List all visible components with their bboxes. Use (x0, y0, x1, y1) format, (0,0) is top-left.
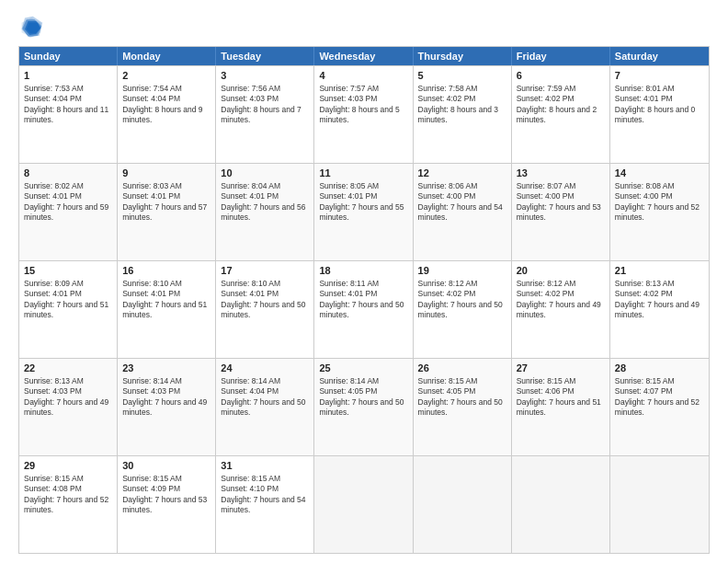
sunrise-text: Sunrise: 8:15 AM (24, 474, 84, 483)
sunset-text: Sunset: 4:01 PM (221, 289, 279, 298)
day-number: 21 (615, 264, 704, 278)
sunrise-text: Sunrise: 8:02 AM (24, 181, 84, 190)
sunrise-text: Sunrise: 8:15 AM (122, 474, 182, 483)
sunset-text: Sunset: 4:03 PM (24, 386, 82, 396)
sunrise-text: Sunrise: 8:14 AM (122, 376, 182, 385)
day-number: 28 (615, 362, 704, 375)
calendar-cell: 8Sunrise: 8:02 AMSunset: 4:01 PMDaylight… (19, 164, 118, 260)
sunrise-text: Sunrise: 8:10 AM (221, 279, 280, 288)
day-number: 12 (418, 167, 506, 180)
calendar-header-cell: Monday (118, 47, 216, 65)
sunset-text: Sunset: 4:03 PM (122, 386, 180, 396)
sunrise-text: Sunrise: 8:05 AM (319, 181, 379, 190)
sunset-text: Sunset: 4:03 PM (221, 94, 279, 103)
sunrise-text: Sunrise: 8:15 AM (615, 376, 675, 385)
daylight-text: Daylight: 7 hours and 52 minutes. (615, 397, 700, 417)
sunrise-text: Sunrise: 7:59 AM (517, 84, 576, 93)
day-number: 18 (319, 264, 407, 278)
sunrise-text: Sunrise: 8:15 AM (517, 376, 576, 385)
sunrise-text: Sunrise: 8:04 AM (221, 181, 280, 190)
logo-icon (18, 15, 44, 40)
day-number: 13 (517, 167, 605, 180)
sunset-text: Sunset: 4:09 PM (122, 484, 180, 493)
sunset-text: Sunset: 4:02 PM (517, 94, 574, 103)
calendar-header: SundayMondayTuesdayWednesdayThursdayFrid… (19, 47, 709, 65)
sunset-text: Sunset: 4:07 PM (615, 386, 673, 396)
sunrise-text: Sunrise: 7:56 AM (221, 84, 280, 93)
daylight-text: Daylight: 7 hours and 49 minutes. (122, 397, 207, 417)
calendar-cell: 28Sunrise: 8:15 AMSunset: 4:07 PMDayligh… (610, 359, 709, 455)
day-number: 27 (517, 362, 605, 375)
calendar-cell: 31Sunrise: 8:15 AMSunset: 4:10 PMDayligh… (216, 456, 314, 553)
calendar-cell-empty (610, 456, 709, 553)
calendar-header-cell: Thursday (414, 47, 512, 65)
sunrise-text: Sunrise: 7:54 AM (122, 84, 182, 93)
daylight-text: Daylight: 7 hours and 50 minutes. (418, 300, 503, 319)
calendar-cell: 26Sunrise: 8:15 AMSunset: 4:05 PMDayligh… (414, 359, 512, 455)
sunrise-text: Sunrise: 8:15 AM (221, 474, 280, 483)
day-number: 25 (319, 362, 407, 375)
calendar-cell: 30Sunrise: 8:15 AMSunset: 4:09 PMDayligh… (118, 456, 216, 553)
daylight-text: Daylight: 7 hours and 51 minutes. (122, 300, 207, 319)
calendar-header-cell: Saturday (610, 47, 709, 65)
daylight-text: Daylight: 7 hours and 50 minutes. (319, 397, 404, 417)
sunset-text: Sunset: 4:00 PM (615, 191, 673, 201)
daylight-text: Daylight: 7 hours and 53 minutes. (517, 202, 601, 222)
daylight-text: Daylight: 7 hours and 54 minutes. (221, 495, 305, 514)
calendar-cell: 2Sunrise: 7:54 AMSunset: 4:04 PMDaylight… (118, 66, 216, 163)
sunrise-text: Sunrise: 8:12 AM (517, 279, 576, 288)
sunrise-text: Sunrise: 8:11 AM (319, 279, 379, 288)
sunset-text: Sunset: 4:04 PM (24, 94, 82, 103)
sunrise-text: Sunrise: 8:07 AM (517, 181, 576, 190)
day-number: 31 (221, 459, 309, 473)
day-number: 30 (122, 459, 210, 473)
day-number: 22 (24, 362, 112, 375)
daylight-text: Daylight: 7 hours and 55 minutes. (319, 202, 404, 222)
calendar-row: 1Sunrise: 7:53 AMSunset: 4:04 PMDaylight… (19, 65, 709, 163)
sunset-text: Sunset: 4:06 PM (517, 386, 574, 396)
calendar-cell: 12Sunrise: 8:06 AMSunset: 4:00 PMDayligh… (414, 164, 512, 260)
calendar-row: 15Sunrise: 8:09 AMSunset: 4:01 PMDayligh… (19, 260, 709, 358)
calendar-header-cell: Wednesday (314, 47, 413, 65)
sunset-text: Sunset: 4:05 PM (418, 386, 476, 396)
calendar-cell: 16Sunrise: 8:10 AMSunset: 4:01 PMDayligh… (118, 261, 216, 358)
calendar-cell: 29Sunrise: 8:15 AMSunset: 4:08 PMDayligh… (19, 456, 118, 553)
day-number: 3 (221, 69, 309, 83)
daylight-text: Daylight: 8 hours and 3 minutes. (418, 105, 498, 124)
daylight-text: Daylight: 7 hours and 50 minutes. (319, 300, 404, 319)
daylight-text: Daylight: 7 hours and 50 minutes. (418, 397, 503, 417)
sunset-text: Sunset: 4:01 PM (319, 289, 377, 298)
daylight-text: Daylight: 7 hours and 50 minutes. (221, 397, 305, 417)
sunrise-text: Sunrise: 8:10 AM (122, 279, 182, 288)
sunset-text: Sunset: 4:02 PM (418, 289, 476, 298)
daylight-text: Daylight: 8 hours and 9 minutes. (122, 105, 202, 124)
calendar-cell: 27Sunrise: 8:15 AMSunset: 4:06 PMDayligh… (512, 359, 610, 455)
daylight-text: Daylight: 7 hours and 57 minutes. (122, 202, 207, 222)
sunset-text: Sunset: 4:04 PM (122, 94, 180, 103)
calendar-cell: 13Sunrise: 8:07 AMSunset: 4:00 PMDayligh… (512, 164, 610, 260)
daylight-text: Daylight: 7 hours and 49 minutes. (24, 397, 108, 417)
day-number: 1 (24, 69, 112, 83)
day-number: 6 (517, 69, 605, 83)
sunset-text: Sunset: 4:00 PM (517, 191, 574, 201)
daylight-text: Daylight: 7 hours and 54 minutes. (418, 202, 503, 222)
day-number: 29 (24, 459, 112, 473)
sunrise-text: Sunrise: 8:08 AM (615, 181, 675, 190)
calendar-cell: 5Sunrise: 7:58 AMSunset: 4:02 PMDaylight… (414, 66, 512, 163)
sunrise-text: Sunrise: 8:14 AM (221, 376, 280, 385)
sunrise-text: Sunrise: 7:53 AM (24, 84, 84, 93)
sunrise-text: Sunrise: 8:14 AM (319, 376, 379, 385)
day-number: 4 (319, 69, 407, 83)
calendar-cell: 3Sunrise: 7:56 AMSunset: 4:03 PMDaylight… (216, 66, 314, 163)
day-number: 11 (319, 167, 407, 180)
calendar-cell: 23Sunrise: 8:14 AMSunset: 4:03 PMDayligh… (118, 359, 216, 455)
calendar-header-cell: Tuesday (216, 47, 314, 65)
day-number: 17 (221, 264, 309, 278)
day-number: 8 (24, 167, 112, 180)
calendar-header-cell: Sunday (19, 47, 118, 65)
daylight-text: Daylight: 7 hours and 52 minutes. (615, 202, 700, 222)
sunrise-text: Sunrise: 8:12 AM (418, 279, 478, 288)
sunset-text: Sunset: 4:01 PM (221, 191, 279, 201)
page: SundayMondayTuesdayWednesdayThursdayFrid… (0, 0, 728, 563)
calendar-row: 22Sunrise: 8:13 AMSunset: 4:03 PMDayligh… (19, 358, 709, 455)
